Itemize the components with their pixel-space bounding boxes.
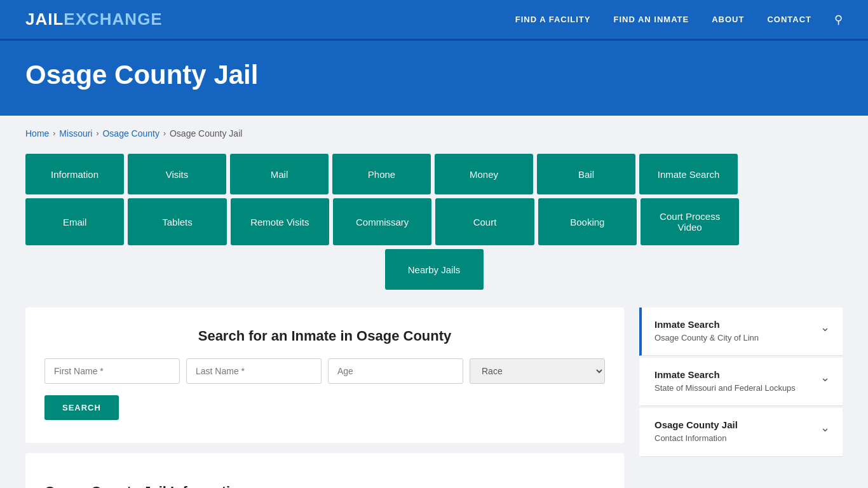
buttons-row-1: Information Visits Mail Phone Money Bail… bbox=[25, 154, 738, 194]
chevron-down-icon-1: ⌄ bbox=[820, 320, 830, 334]
btn-nearby-jails[interactable]: Nearby Jails bbox=[385, 249, 484, 290]
logo[interactable]: JAILEXCHANGE bbox=[25, 10, 163, 29]
buttons-row-3: Nearby Jails bbox=[25, 249, 843, 290]
breadcrumb-sep-1: › bbox=[53, 129, 55, 138]
btn-court[interactable]: Court bbox=[435, 198, 534, 245]
chevron-down-icon-3: ⌄ bbox=[820, 421, 830, 435]
page-title: Osage County Jail bbox=[25, 60, 843, 90]
first-name-input[interactable] bbox=[44, 358, 180, 384]
btn-visits[interactable]: Visits bbox=[128, 154, 226, 194]
btn-email[interactable]: Email bbox=[25, 198, 124, 245]
sidebar-item-subtitle-2: State of Missouri and Federal Lockups bbox=[654, 383, 796, 394]
nav-contact[interactable]: CONTACT bbox=[767, 15, 811, 24]
btn-tablets[interactable]: Tablets bbox=[128, 198, 226, 245]
btn-bail[interactable]: Bail bbox=[537, 154, 635, 194]
chevron-down-icon-2: ⌄ bbox=[820, 370, 830, 384]
sidebar-item-subtitle-3: Contact Information bbox=[654, 433, 738, 444]
sidebar-item-inmate-search-local[interactable]: Inmate Search Osage County & City of Lin… bbox=[639, 308, 843, 356]
btn-mail[interactable]: Mail bbox=[230, 154, 329, 194]
breadcrumb-sep-3: › bbox=[163, 129, 166, 138]
sidebar-item-contact-info[interactable]: Osage County Jail Contact Information ⌄ bbox=[639, 408, 843, 456]
info-heading: Osage County Jail Information bbox=[44, 484, 605, 488]
nav-about[interactable]: ABOUT bbox=[712, 15, 744, 24]
sidebar: Inmate Search Osage County & City of Lin… bbox=[639, 308, 843, 457]
content-wrapper: Home › Missouri › Osage County › Osage C… bbox=[0, 116, 868, 488]
buttons-grid: Information Visits Mail Phone Money Bail… bbox=[25, 154, 843, 290]
btn-phone[interactable]: Phone bbox=[332, 154, 431, 194]
logo-jail: JAIL bbox=[25, 10, 64, 29]
sidebar-item-title-3: Osage County Jail bbox=[654, 419, 738, 430]
breadcrumb-missouri[interactable]: Missouri bbox=[59, 128, 92, 139]
breadcrumb-osage-county[interactable]: Osage County bbox=[102, 128, 159, 139]
nav-find-facility[interactable]: FIND A FACILITY bbox=[515, 15, 591, 24]
btn-remote-visits[interactable]: Remote Visits bbox=[231, 198, 329, 245]
main-nav: FIND A FACILITY FIND AN INMATE ABOUT CON… bbox=[515, 13, 843, 27]
search-panel: Search for an Inmate in Osage County Rac… bbox=[25, 308, 624, 443]
breadcrumb: Home › Missouri › Osage County › Osage C… bbox=[25, 128, 843, 139]
sidebar-item-title-1: Inmate Search bbox=[654, 319, 759, 330]
search-fields: Race White Black Hispanic Asian Other bbox=[44, 358, 605, 384]
breadcrumb-sep-2: › bbox=[96, 129, 98, 138]
sidebar-item-inmate-search-state[interactable]: Inmate Search State of Missouri and Fede… bbox=[639, 358, 843, 406]
race-select[interactable]: Race White Black Hispanic Asian Other bbox=[470, 358, 605, 384]
last-name-input[interactable] bbox=[186, 358, 322, 384]
btn-court-process-video[interactable]: Court Process Video bbox=[641, 198, 739, 245]
breadcrumb-home[interactable]: Home bbox=[25, 128, 49, 139]
nav-find-inmate[interactable]: FIND AN INMATE bbox=[613, 15, 689, 24]
btn-money[interactable]: Money bbox=[435, 154, 533, 194]
logo-exchange: EXCHANGE bbox=[64, 10, 162, 29]
header: JAILEXCHANGE FIND A FACILITY FIND AN INM… bbox=[0, 0, 868, 41]
search-title: Search for an Inmate in Osage County bbox=[44, 328, 605, 344]
search-button[interactable]: SEARCH bbox=[44, 395, 119, 420]
btn-booking[interactable]: Booking bbox=[538, 198, 637, 245]
btn-commissary[interactable]: Commissary bbox=[333, 198, 431, 245]
main-area: Search for an Inmate in Osage County Rac… bbox=[25, 308, 843, 488]
age-input[interactable] bbox=[328, 358, 463, 384]
breadcrumb-current: Osage County Jail bbox=[170, 128, 242, 139]
buttons-row-2: Email Tablets Remote Visits Commissary C… bbox=[25, 198, 739, 245]
btn-information[interactable]: Information bbox=[25, 154, 124, 194]
sidebar-item-subtitle-1: Osage County & City of Linn bbox=[654, 332, 759, 344]
hero-banner: Osage County Jail bbox=[0, 41, 868, 116]
search-icon[interactable]: ⚲ bbox=[834, 13, 843, 27]
btn-inmate-search[interactable]: Inmate Search bbox=[639, 154, 738, 194]
sidebar-item-title-2: Inmate Search bbox=[654, 369, 796, 380]
